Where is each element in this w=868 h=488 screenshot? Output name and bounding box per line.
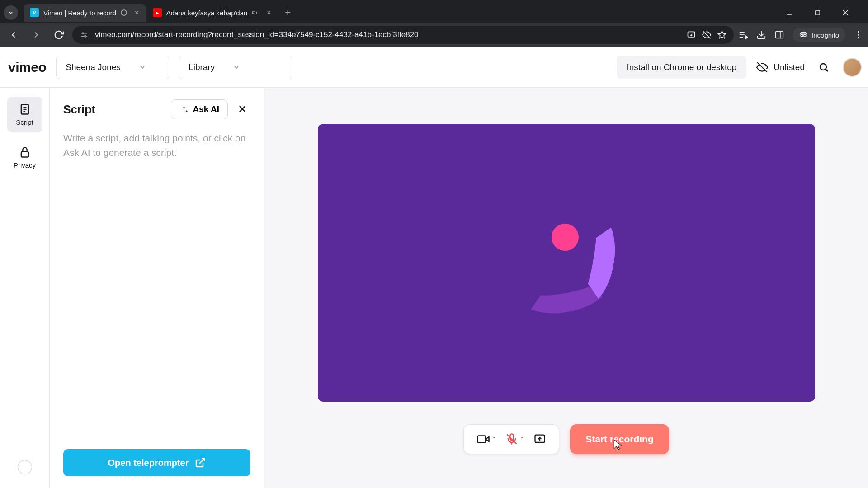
vimeo-logo[interactable]: vimeo	[8, 60, 46, 75]
close-tab-icon[interactable]: ×	[134, 8, 139, 18]
toolbar-icons: Incognito	[738, 28, 863, 42]
maximize-button[interactable]	[808, 5, 826, 20]
close-window-button[interactable]	[836, 5, 854, 20]
screen-share-icon	[533, 433, 546, 446]
svg-marker-15	[745, 36, 748, 39]
help-button[interactable]	[18, 460, 32, 474]
svg-point-24	[858, 37, 859, 39]
svg-point-22	[858, 31, 859, 33]
external-link-icon	[195, 457, 206, 468]
forward-button[interactable]	[27, 26, 45, 44]
browser-tab[interactable]: ▶ Adana keyfasya kebap'dan ×	[146, 4, 278, 22]
start-recording-button[interactable]: Start recording	[570, 424, 669, 454]
camera-toggle[interactable]: ⌃	[476, 432, 496, 446]
ask-ai-label: Ask AI	[193, 104, 219, 114]
chevron-down-icon	[233, 64, 240, 71]
tool-rail: Script Privacy	[0, 88, 50, 488]
script-icon	[19, 103, 31, 116]
svg-line-33	[199, 459, 204, 464]
controls-row: ⌃ ⌃ Start recording	[463, 424, 669, 454]
user-selector[interactable]: Sheena Jones	[56, 56, 169, 79]
script-textarea[interactable]: Write a script, add talking points, or c…	[63, 131, 250, 160]
site-settings-icon[interactable]	[80, 30, 89, 39]
svg-point-20	[804, 34, 806, 37]
incognito-label: Incognito	[811, 31, 839, 39]
lock-icon	[19, 146, 31, 159]
url-text: vimeo.com/record/start-recording?record_…	[95, 30, 680, 39]
close-tab-icon[interactable]: ×	[266, 8, 271, 18]
script-panel-header: Script Ask AI ✕	[63, 99, 250, 119]
script-panel-title: Script	[63, 103, 165, 116]
search-button[interactable]	[815, 58, 833, 76]
svg-point-19	[801, 34, 803, 37]
browser-chrome: v Vimeo | Ready to record × ▶ Adana keyf…	[0, 0, 868, 47]
app-body: Script Privacy Script Ask AI ✕ Write a s…	[0, 88, 868, 488]
device-controls: ⌃ ⌃	[463, 424, 559, 454]
ask-ai-button[interactable]: Ask AI	[171, 99, 228, 119]
record-indicator-icon	[121, 9, 127, 16]
screen-share-button[interactable]	[533, 433, 546, 446]
search-icon	[818, 62, 829, 73]
app-header: vimeo Sheena Jones Library Install on Ch…	[0, 47, 868, 88]
minimize-button[interactable]	[780, 5, 798, 20]
rail-item-script[interactable]: Script	[7, 97, 42, 132]
address-row: vimeo.com/record/start-recording?record_…	[0, 23, 868, 47]
new-tab-button[interactable]: +	[278, 7, 297, 19]
eye-off-icon[interactable]	[702, 30, 711, 39]
reload-button[interactable]	[50, 26, 68, 44]
bookmark-star-icon[interactable]	[717, 30, 726, 39]
svg-point-26	[820, 64, 826, 70]
recording-stage: ⌃ ⌃ Start recording	[264, 88, 868, 488]
playlist-icon[interactable]	[738, 30, 748, 40]
visibility-label: Unlisted	[774, 62, 805, 72]
vimeo-favicon-icon: v	[30, 8, 39, 17]
tab-strip: v Vimeo | Ready to record × ▶ Adana keyf…	[0, 0, 868, 23]
camera-icon	[476, 432, 490, 446]
svg-rect-17	[776, 32, 783, 38]
page: vimeo Sheena Jones Library Install on Ch…	[0, 47, 868, 488]
svg-rect-34	[478, 436, 486, 443]
incognito-indicator[interactable]: Incognito	[793, 28, 845, 42]
back-button[interactable]	[5, 26, 23, 44]
svg-rect-1	[815, 10, 819, 14]
close-panel-button[interactable]: ✕	[234, 101, 250, 117]
start-recording-label: Start recording	[585, 434, 654, 445]
folder-selector-text: Library	[189, 62, 215, 72]
open-teleprompter-button[interactable]: Open teleprompter	[63, 449, 250, 476]
side-panel-icon[interactable]	[774, 30, 784, 40]
chevron-up-icon: ⌃	[520, 436, 524, 442]
user-avatar[interactable]	[843, 58, 862, 77]
tab-search-dropdown[interactable]	[4, 5, 18, 20]
audio-icon	[252, 9, 259, 16]
youtube-favicon-icon: ▶	[153, 8, 162, 17]
svg-point-6	[82, 33, 84, 34]
mic-toggle[interactable]: ⌃	[505, 433, 524, 446]
folder-selector[interactable]: Library	[179, 56, 292, 79]
user-selector-text: Sheena Jones	[66, 62, 121, 72]
rail-item-privacy[interactable]: Privacy	[7, 140, 42, 175]
rail-label: Script	[16, 118, 33, 126]
address-bar[interactable]: vimeo.com/record/start-recording?record_…	[72, 26, 734, 44]
chevron-down-icon	[8, 9, 14, 16]
svg-point-23	[858, 34, 859, 36]
window-controls	[780, 5, 864, 20]
tab-title: Adana keyfasya kebap'dan	[166, 9, 248, 17]
install-app-button[interactable]: Install on Chrome or desktop	[617, 56, 746, 79]
mic-off-icon	[505, 433, 518, 446]
tab-title: Vimeo | Ready to record	[43, 9, 116, 17]
menu-dots-icon[interactable]	[854, 30, 863, 40]
visibility-toggle[interactable]: Unlisted	[756, 61, 805, 73]
svg-rect-32	[21, 152, 28, 157]
rail-label: Privacy	[14, 161, 36, 169]
svg-point-7	[85, 36, 86, 37]
chevron-up-icon: ⌃	[492, 436, 496, 442]
chevron-down-icon	[139, 64, 146, 71]
script-panel: Script Ask AI ✕ Write a script, add talk…	[50, 88, 264, 488]
install-pwa-icon[interactable]	[687, 30, 696, 39]
browser-tab[interactable]: v Vimeo | Ready to record ×	[24, 4, 146, 22]
incognito-icon	[799, 30, 808, 39]
loading-spinner-icon	[519, 216, 614, 310]
svg-marker-11	[718, 31, 726, 38]
teleprompter-label: Open teleprompter	[108, 458, 189, 468]
downloads-icon[interactable]	[756, 30, 766, 40]
